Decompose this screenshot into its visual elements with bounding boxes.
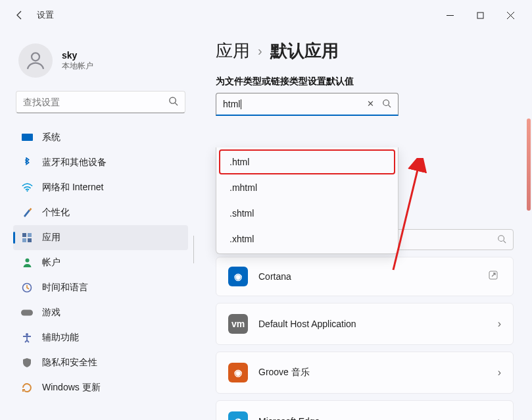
svg-point-17 — [26, 333, 28, 336]
app-icon: vm — [228, 314, 248, 334]
suggestion-item[interactable]: .mhtml — [219, 175, 395, 200]
user-name: sky — [62, 50, 93, 61]
nav-label: 辅助功能 — [42, 332, 79, 344]
user-block[interactable]: sky 本地帐户 — [13, 37, 197, 91]
maximize-button[interactable] — [465, 5, 495, 25]
app-name: Default Host Application — [258, 319, 487, 329]
sidebar-item-10[interactable]: Windows 更新 — [13, 375, 188, 400]
filetype-search-value: html — [223, 99, 240, 109]
type-section-label: 为文件类型或链接类型设置默认值 — [216, 76, 514, 88]
nav-icon — [21, 132, 33, 144]
app-icon: ◉ — [228, 267, 248, 286]
svg-rect-10 — [22, 233, 26, 237]
nav-icon — [21, 257, 33, 269]
svg-point-8 — [26, 190, 28, 192]
svg-rect-13 — [28, 238, 32, 242]
sidebar-search-input[interactable] — [23, 97, 168, 107]
sidebar: sky 本地帐户 系统蓝牙和其他设备网络和 Internet个性化应用帐户时间和… — [0, 30, 197, 420]
nav-list: 系统蓝牙和其他设备网络和 Internet个性化应用帐户时间和语言游戏辅助功能隐… — [13, 125, 197, 400]
nav-label: 帐户 — [42, 257, 60, 269]
app-name: Cortana — [258, 271, 477, 282]
nav-label: 游戏 — [42, 307, 60, 319]
nav-label: 应用 — [42, 232, 60, 244]
chevron-right-icon: › — [498, 367, 501, 379]
nav-label: 时间和语言 — [42, 282, 88, 294]
nav-label: 个性化 — [42, 207, 70, 219]
search-icon — [497, 234, 506, 246]
suggestion-item[interactable]: .xhtml — [219, 226, 395, 251]
nav-label: 蓝牙和其他设备 — [42, 157, 107, 169]
svg-rect-1 — [477, 13, 483, 18]
avatar — [18, 43, 53, 78]
svg-point-4 — [32, 53, 39, 61]
sidebar-item-5[interactable]: 帐户 — [13, 250, 188, 275]
nav-icon — [21, 207, 33, 219]
sidebar-item-4[interactable]: 应用 — [13, 225, 188, 250]
nav-icon — [21, 157, 33, 169]
titlebar: 设置 — [0, 0, 532, 30]
nav-label: 系统 — [42, 132, 60, 144]
nav-label: Windows 更新 — [42, 382, 101, 394]
sidebar-item-1[interactable]: 蓝牙和其他设备 — [13, 150, 188, 175]
sidebar-item-6[interactable]: 时间和语言 — [13, 275, 188, 300]
nav-label: 隐私和安全性 — [42, 357, 97, 369]
svg-rect-11 — [28, 233, 32, 237]
svg-line-21 — [504, 240, 506, 243]
svg-point-20 — [498, 235, 504, 241]
sidebar-item-9[interactable]: 隐私和安全性 — [13, 350, 188, 375]
window-title: 设置 — [37, 9, 54, 21]
sidebar-item-8[interactable]: 辅助功能 — [13, 325, 188, 350]
svg-line-19 — [389, 105, 391, 107]
chevron-right-icon: › — [258, 43, 262, 59]
search-icon — [168, 96, 178, 109]
nav-icon — [21, 182, 33, 194]
app-card[interactable]: ◉Groove 音乐› — [216, 352, 514, 394]
chevron-right-icon: › — [498, 415, 501, 420]
svg-point-14 — [25, 259, 29, 263]
app-name: Groove 音乐 — [258, 367, 487, 379]
svg-point-5 — [170, 97, 176, 103]
app-card[interactable]: ◉Cortana — [216, 257, 514, 296]
nav-icon — [21, 232, 33, 244]
sidebar-item-7[interactable]: 游戏 — [13, 300, 188, 325]
app-card[interactable]: ◑Microsoft Edge› — [216, 400, 514, 420]
minimize-button[interactable] — [435, 5, 465, 25]
close-button[interactable] — [495, 5, 525, 25]
svg-line-6 — [175, 103, 178, 105]
suggestion-item[interactable]: .html — [219, 149, 395, 174]
suggestion-item[interactable]: .shtml — [219, 201, 395, 226]
nav-icon — [21, 307, 33, 319]
app-icon: ◉ — [228, 363, 248, 382]
svg-point-18 — [383, 99, 389, 105]
svg-rect-12 — [22, 238, 26, 242]
sidebar-item-0[interactable]: 系统 — [13, 125, 188, 150]
app-name: Microsoft Edge — [258, 416, 487, 420]
nav-icon — [21, 332, 33, 344]
back-button[interactable] — [7, 10, 33, 20]
breadcrumb-root[interactable]: 应用 — [216, 39, 250, 63]
breadcrumb: 应用 › 默认应用 — [216, 39, 514, 63]
suggestions-dropdown: .html.mhtml.shtml.xhtml — [216, 147, 399, 254]
nav-icon — [21, 382, 33, 394]
sidebar-item-2[interactable]: 网络和 Internet — [13, 175, 188, 200]
main-panel: 应用 › 默认应用 为文件类型或链接类型设置默认值 html ✕ .html.m… — [197, 30, 532, 420]
search-icon[interactable] — [382, 99, 391, 110]
external-link-icon — [488, 270, 501, 283]
app-card[interactable]: vmDefault Host Application› — [216, 303, 514, 345]
decorative-right-bar — [527, 118, 531, 211]
sidebar-search[interactable] — [16, 91, 185, 113]
chevron-right-icon: › — [498, 318, 501, 330]
clear-icon[interactable]: ✕ — [367, 99, 374, 110]
filetype-search[interactable]: html ✕ — [216, 93, 399, 116]
app-icon: ◑ — [228, 411, 248, 420]
user-subtitle: 本地帐户 — [62, 61, 93, 72]
svg-rect-7 — [22, 134, 33, 141]
nav-label: 网络和 Internet — [42, 182, 103, 194]
sidebar-item-3[interactable]: 个性化 — [13, 200, 188, 225]
breadcrumb-current: 默认应用 — [270, 39, 339, 63]
svg-rect-16 — [21, 310, 33, 316]
nav-icon — [21, 282, 33, 294]
nav-icon — [21, 357, 33, 369]
